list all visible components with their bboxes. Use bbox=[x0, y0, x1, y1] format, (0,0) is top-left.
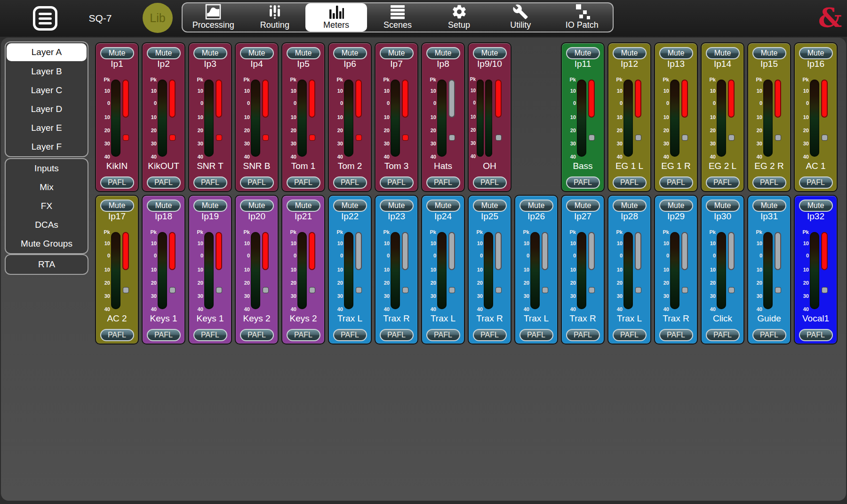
mute-button-ip21[interactable]: Mute bbox=[287, 200, 320, 212]
pafl-button-ip21[interactable]: PAFL bbox=[287, 329, 320, 341]
pafl-button-ip3[interactable]: PAFL bbox=[193, 176, 227, 189]
pafl-button-ip2[interactable]: PAFL bbox=[147, 176, 181, 189]
pafl-button-ip18[interactable]: PAFL bbox=[147, 329, 181, 341]
tab-utility[interactable]: Utility bbox=[490, 3, 551, 32]
pafl-button-ip31[interactable]: PAFL bbox=[752, 329, 786, 341]
menu-icon[interactable] bbox=[33, 6, 57, 31]
meter-scale-label: 20 bbox=[749, 128, 762, 133]
sidebar-item-layer-f[interactable]: Layer F bbox=[6, 137, 88, 156]
library-button[interactable]: Lib bbox=[143, 3, 173, 33]
sidebar-item-dcas[interactable]: DCAs bbox=[6, 216, 88, 234]
mute-button-ip31[interactable]: Mute bbox=[752, 200, 786, 212]
mute-button-ip11[interactable]: Mute bbox=[566, 47, 600, 59]
pafl-button-ip16[interactable]: PAFL bbox=[799, 176, 833, 189]
meter-scale-label: 0 bbox=[283, 253, 296, 258]
pafl-button-ip12[interactable]: PAFL bbox=[613, 176, 647, 189]
mute-button-ip4[interactable]: Mute bbox=[240, 47, 274, 59]
channel-name: EG 2 R bbox=[748, 161, 790, 171]
channel-number: Ip19 bbox=[189, 211, 231, 222]
tab-scenes[interactable]: Scenes bbox=[367, 3, 429, 32]
sidebar-item-layer-d[interactable]: Layer D bbox=[6, 100, 88, 119]
peak-indicator bbox=[356, 287, 362, 293]
mute-button-ip23[interactable]: Mute bbox=[380, 200, 414, 212]
pafl-button-ip14[interactable]: PAFL bbox=[706, 176, 740, 189]
pafl-button-ip23[interactable]: PAFL bbox=[380, 329, 414, 341]
pafl-button-ip32[interactable]: PAFL bbox=[799, 329, 833, 341]
mute-button-ip15[interactable]: Mute bbox=[752, 47, 786, 59]
device-name: SQ-7 bbox=[74, 13, 126, 24]
mute-button-ip28[interactable]: Mute bbox=[613, 200, 647, 212]
pafl-button-ip29[interactable]: PAFL bbox=[659, 329, 693, 341]
channel-name: Trax L bbox=[422, 313, 464, 324]
meter-scale-label: 30 bbox=[237, 293, 250, 299]
tab-routing[interactable]: Routing bbox=[244, 3, 306, 32]
sidebar-item-layer-a[interactable]: Layer A bbox=[7, 43, 87, 61]
pafl-button-ip26[interactable]: PAFL bbox=[519, 329, 553, 341]
mute-button-ip8[interactable]: Mute bbox=[426, 47, 460, 59]
mute-button-ip17[interactable]: Mute bbox=[100, 200, 134, 212]
mute-button-ip9-10[interactable]: Mute bbox=[473, 47, 507, 59]
sidebar-item-rta[interactable]: RTA bbox=[6, 255, 88, 274]
mute-button-ip20[interactable]: Mute bbox=[240, 200, 274, 212]
pafl-button-ip25[interactable]: PAFL bbox=[473, 329, 507, 341]
pafl-button-ip27[interactable]: PAFL bbox=[566, 329, 600, 341]
pafl-button-ip17[interactable]: PAFL bbox=[100, 329, 134, 341]
mute-button-ip30[interactable]: Mute bbox=[706, 200, 740, 212]
meter-scale-label: 30 bbox=[144, 141, 157, 146]
mute-button-ip14[interactable]: Mute bbox=[706, 47, 740, 59]
mute-button-ip18[interactable]: Mute bbox=[147, 200, 181, 212]
tab-setup[interactable]: Setup bbox=[428, 3, 490, 32]
mute-button-ip25[interactable]: Mute bbox=[473, 200, 507, 212]
tab-io-patch[interactable]: IO Patch bbox=[551, 3, 613, 32]
mute-button-ip2[interactable]: Mute bbox=[147, 47, 181, 59]
pafl-button-ip1[interactable]: PAFL bbox=[100, 176, 134, 189]
sidebar-item-layer-c[interactable]: Layer C bbox=[6, 81, 88, 100]
mute-button-ip26[interactable]: Mute bbox=[519, 200, 553, 212]
mute-button-ip19[interactable]: Mute bbox=[193, 200, 227, 212]
sidebar-item-layer-b[interactable]: Layer B bbox=[6, 62, 88, 81]
tab-processing[interactable]: Processing bbox=[183, 3, 244, 32]
sidebar-item-inputs[interactable]: Inputs bbox=[6, 159, 88, 178]
tab-meters[interactable]: Meters bbox=[305, 3, 367, 32]
mute-button-ip3[interactable]: Mute bbox=[193, 47, 227, 59]
meter-scale-label: Pk bbox=[144, 77, 157, 82]
mute-button-ip5[interactable]: Mute bbox=[287, 47, 320, 59]
mute-button-ip7[interactable]: Mute bbox=[380, 47, 414, 59]
pafl-button-ip28[interactable]: PAFL bbox=[613, 329, 647, 341]
meter-scale-label: 30 bbox=[703, 141, 716, 146]
pafl-button-ip19[interactable]: PAFL bbox=[193, 329, 227, 341]
pafl-button-ip20[interactable]: PAFL bbox=[240, 329, 274, 341]
pafl-button-ip15[interactable]: PAFL bbox=[752, 176, 786, 189]
pafl-button-ip30[interactable]: PAFL bbox=[706, 329, 740, 341]
mute-button-ip16[interactable]: Mute bbox=[799, 47, 833, 59]
channel-strip-ip8: MuteIp8Pk10010203040HatsPAFL bbox=[421, 42, 465, 192]
pafl-button-ip6[interactable]: PAFL bbox=[333, 176, 367, 189]
pafl-button-ip8[interactable]: PAFL bbox=[426, 176, 460, 189]
pafl-button-ip24[interactable]: PAFL bbox=[426, 329, 460, 341]
pafl-button-ip7[interactable]: PAFL bbox=[380, 176, 414, 189]
level-meter-bar bbox=[437, 80, 447, 157]
mute-button-ip27[interactable]: Mute bbox=[566, 200, 600, 212]
mute-button-ip1[interactable]: Mute bbox=[100, 47, 134, 59]
meter-scale-label: 10 bbox=[749, 240, 762, 246]
mute-button-ip24[interactable]: Mute bbox=[426, 200, 460, 212]
mute-button-ip32[interactable]: Mute bbox=[799, 200, 833, 212]
sidebar-item-layer-e[interactable]: Layer E bbox=[6, 119, 88, 137]
mute-button-ip22[interactable]: Mute bbox=[333, 200, 367, 212]
meter-scale-label: 0 bbox=[423, 253, 436, 258]
sidebar-item-fx[interactable]: FX bbox=[6, 197, 88, 216]
sidebar-item-mix[interactable]: Mix bbox=[6, 178, 88, 197]
mute-button-ip13[interactable]: Mute bbox=[659, 47, 693, 59]
pafl-button-ip5[interactable]: PAFL bbox=[287, 176, 320, 189]
mute-button-ip6[interactable]: Mute bbox=[333, 47, 367, 59]
meter-scale-label: 0 bbox=[749, 100, 762, 106]
pafl-button-ip11[interactable]: PAFL bbox=[566, 176, 600, 189]
mute-button-ip29[interactable]: Mute bbox=[659, 200, 693, 212]
pafl-button-ip13[interactable]: PAFL bbox=[659, 176, 693, 189]
meter-scale-label: 30 bbox=[376, 293, 390, 299]
sidebar-item-mute-groups[interactable]: Mute Groups bbox=[6, 234, 88, 253]
pafl-button-ip4[interactable]: PAFL bbox=[240, 176, 274, 189]
pafl-button-ip22[interactable]: PAFL bbox=[333, 329, 367, 341]
pafl-button-ip9-10[interactable]: PAFL bbox=[473, 176, 507, 189]
mute-button-ip12[interactable]: Mute bbox=[613, 47, 647, 59]
